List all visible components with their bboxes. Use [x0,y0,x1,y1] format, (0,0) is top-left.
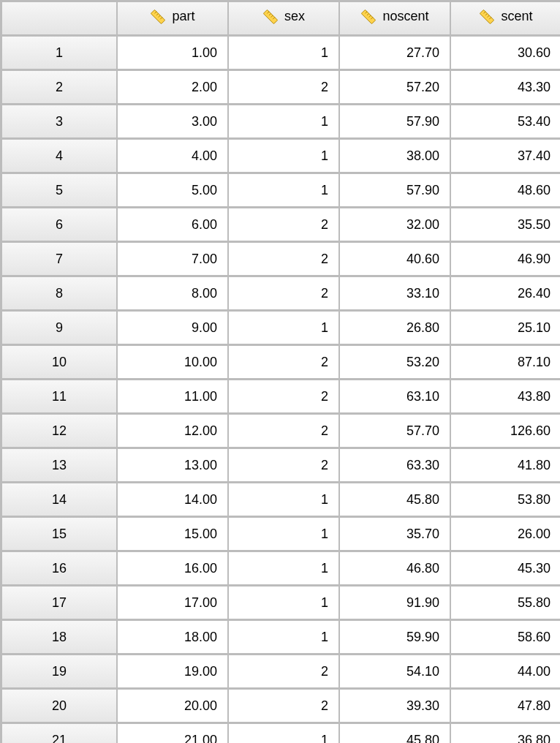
column-header-sex[interactable]: sex [229,2,340,37]
cell-scent[interactable]: 26.00 [451,518,560,552]
cell-noscent[interactable]: 54.10 [340,655,451,690]
column-header-noscent[interactable]: noscent [340,2,451,37]
cell-noscent[interactable]: 91.90 [340,587,451,621]
cell-sex[interactable]: 2 [229,415,340,449]
cell-scent[interactable]: 30.60 [451,37,560,71]
row-header-cell[interactable]: 16 [2,552,118,587]
corner-header-cell[interactable] [2,2,118,37]
cell-sex[interactable]: 2 [229,208,340,243]
cell-noscent[interactable]: 63.30 [340,449,451,483]
cell-part[interactable]: 14.00 [118,483,229,518]
cell-sex[interactable]: 1 [229,174,340,208]
cell-sex[interactable]: 1 [229,105,340,140]
cell-scent[interactable]: 35.50 [451,208,560,243]
row-header-cell[interactable]: 4 [2,140,118,174]
row-header-cell[interactable]: 5 [2,174,118,208]
row-header-cell[interactable]: 21 [2,724,118,743]
row-header-cell[interactable]: 17 [2,587,118,621]
row-header-cell[interactable]: 1 [2,37,118,71]
cell-noscent[interactable]: 57.90 [340,105,451,140]
cell-noscent[interactable]: 35.70 [340,518,451,552]
row-header-cell[interactable]: 3 [2,105,118,140]
cell-noscent[interactable]: 63.10 [340,380,451,415]
cell-part[interactable]: 21.00 [118,724,229,743]
cell-part[interactable]: 12.00 [118,415,229,449]
cell-sex[interactable]: 1 [229,483,340,518]
row-header-cell[interactable]: 20 [2,690,118,724]
cell-sex[interactable]: 2 [229,346,340,380]
cell-scent[interactable]: 45.30 [451,552,560,587]
column-header-part[interactable]: part [118,2,229,37]
cell-part[interactable]: 9.00 [118,312,229,346]
cell-part[interactable]: 7.00 [118,243,229,277]
cell-sex[interactable]: 1 [229,724,340,743]
cell-sex[interactable]: 1 [229,518,340,552]
cell-noscent[interactable]: 45.80 [340,483,451,518]
cell-part[interactable]: 18.00 [118,621,229,655]
cell-noscent[interactable]: 38.00 [340,140,451,174]
cell-scent[interactable]: 43.80 [451,380,560,415]
cell-scent[interactable]: 47.80 [451,690,560,724]
cell-scent[interactable]: 126.60 [451,415,560,449]
row-header-cell[interactable]: 8 [2,277,118,312]
cell-noscent[interactable]: 26.80 [340,312,451,346]
cell-sex[interactable]: 1 [229,37,340,71]
cell-part[interactable]: 16.00 [118,552,229,587]
cell-scent[interactable]: 41.80 [451,449,560,483]
cell-noscent[interactable]: 57.20 [340,71,451,105]
cell-part[interactable]: 13.00 [118,449,229,483]
cell-scent[interactable]: 55.80 [451,587,560,621]
cell-sex[interactable]: 1 [229,587,340,621]
cell-scent[interactable]: 36.80 [451,724,560,743]
cell-part[interactable]: 10.00 [118,346,229,380]
row-header-cell[interactable]: 15 [2,518,118,552]
cell-scent[interactable]: 58.60 [451,621,560,655]
cell-sex[interactable]: 1 [229,552,340,587]
row-header-cell[interactable]: 2 [2,71,118,105]
cell-scent[interactable]: 48.60 [451,174,560,208]
cell-part[interactable]: 8.00 [118,277,229,312]
cell-part[interactable]: 20.00 [118,690,229,724]
cell-part[interactable]: 6.00 [118,208,229,243]
cell-part[interactable]: 15.00 [118,518,229,552]
cell-sex[interactable]: 2 [229,655,340,690]
cell-part[interactable]: 2.00 [118,71,229,105]
row-header-cell[interactable]: 19 [2,655,118,690]
cell-noscent[interactable]: 45.80 [340,724,451,743]
cell-scent[interactable]: 26.40 [451,277,560,312]
cell-noscent[interactable]: 53.20 [340,346,451,380]
cell-noscent[interactable]: 57.90 [340,174,451,208]
cell-scent[interactable]: 44.00 [451,655,560,690]
row-header-cell[interactable]: 9 [2,312,118,346]
cell-noscent[interactable]: 27.70 [340,37,451,71]
cell-part[interactable]: 4.00 [118,140,229,174]
cell-sex[interactable]: 2 [229,380,340,415]
cell-scent[interactable]: 87.10 [451,346,560,380]
cell-noscent[interactable]: 40.60 [340,243,451,277]
row-header-cell[interactable]: 7 [2,243,118,277]
row-header-cell[interactable]: 12 [2,415,118,449]
cell-scent[interactable]: 25.10 [451,312,560,346]
cell-sex[interactable]: 2 [229,71,340,105]
cell-noscent[interactable]: 59.90 [340,621,451,655]
row-header-cell[interactable]: 6 [2,208,118,243]
row-header-cell[interactable]: 14 [2,483,118,518]
cell-part[interactable]: 3.00 [118,105,229,140]
cell-sex[interactable]: 1 [229,312,340,346]
cell-part[interactable]: 5.00 [118,174,229,208]
row-header-cell[interactable]: 18 [2,621,118,655]
cell-noscent[interactable]: 32.00 [340,208,451,243]
cell-noscent[interactable]: 33.10 [340,277,451,312]
row-header-cell[interactable]: 13 [2,449,118,483]
cell-sex[interactable]: 2 [229,690,340,724]
cell-sex[interactable]: 2 [229,277,340,312]
column-header-scent[interactable]: scent [451,2,560,37]
cell-sex[interactable]: 1 [229,621,340,655]
cell-part[interactable]: 1.00 [118,37,229,71]
cell-scent[interactable]: 53.80 [451,483,560,518]
cell-part[interactable]: 19.00 [118,655,229,690]
row-header-cell[interactable]: 11 [2,380,118,415]
cell-scent[interactable]: 43.30 [451,71,560,105]
row-header-cell[interactable]: 10 [2,346,118,380]
cell-sex[interactable]: 1 [229,140,340,174]
